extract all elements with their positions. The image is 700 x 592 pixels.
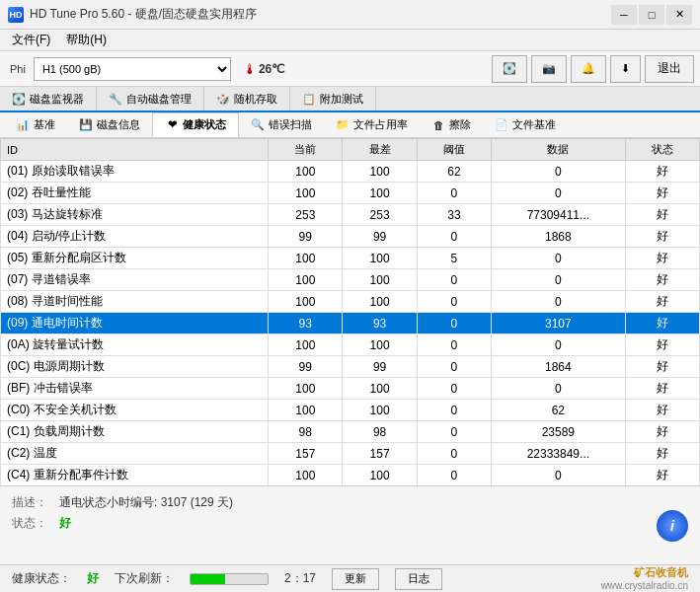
table-row[interactable]: (01) 原始读取错误率100100620好 bbox=[1, 161, 700, 183]
table-row[interactable]: (C2) 温度157157022333849...好 bbox=[1, 443, 700, 465]
tab-disk-info-label: 磁盘信息 bbox=[97, 117, 140, 132]
table-row[interactable]: (04) 启动/停止计数999901868好 bbox=[1, 226, 700, 248]
file-usage-icon: 📁 bbox=[336, 118, 350, 132]
col-header-status: 状态 bbox=[625, 139, 699, 161]
table-row[interactable]: (C1) 负载周期计数9898023589好 bbox=[1, 421, 700, 443]
status-row: 状态： 好 bbox=[12, 515, 688, 532]
tab-error-scan[interactable]: 🔍 错误扫描 bbox=[239, 112, 324, 137]
progress-fill bbox=[191, 574, 225, 584]
tab-disk-monitor-label: 磁盘监视器 bbox=[30, 92, 84, 107]
menu-file[interactable]: 文件(F) bbox=[4, 30, 58, 50]
tab-health-label: 健康状态 bbox=[183, 117, 226, 132]
health-icon: ❤ bbox=[165, 118, 179, 132]
health-table: ID 当前 最差 阈值 数据 状态 (01) 原始读取错误率100100620好… bbox=[0, 138, 700, 485]
title-bar: HD HD Tune Pro 5.60 - 硬盘/固态硬盘实用程序 ─ □ ✕ bbox=[0, 0, 700, 30]
col-header-data: 数据 bbox=[492, 139, 626, 161]
icon-btn-3[interactable]: 🔔 bbox=[571, 55, 606, 83]
table-row[interactable]: (08) 寻道时间性能10010000好 bbox=[1, 291, 700, 313]
desc-label: 描述： bbox=[12, 494, 51, 511]
tab-extra-test-label: 附加测试 bbox=[320, 92, 363, 107]
status-bar: 健康状态： 好 下次刷新： 2：17 更新 日志 矿石收音机 www.cryst… bbox=[0, 564, 700, 592]
disk-info-icon: 💾 bbox=[79, 118, 93, 132]
tab-random-access[interactable]: 🎲 随机存取 bbox=[204, 87, 290, 111]
minimize-button[interactable]: ─ bbox=[611, 5, 637, 25]
table-row[interactable]: (02) 吞吐量性能10010000好 bbox=[1, 183, 700, 204]
main-content: ID 当前 最差 阈值 数据 状态 (01) 原始读取错误率100100620好… bbox=[0, 138, 700, 485]
tab-file-bench[interactable]: 📄 文件基准 bbox=[483, 112, 568, 137]
table-row[interactable]: (BF) 冲击错误率10010000好 bbox=[1, 378, 700, 400]
table-row[interactable]: (0A) 旋转量试计数10010000好 bbox=[1, 334, 700, 356]
table-wrapper[interactable]: ID 当前 最差 阈值 数据 状态 (01) 原始读取错误率100100620好… bbox=[0, 138, 700, 485]
tab-auto-manage-label: 自动磁盘管理 bbox=[126, 92, 192, 107]
icon-btn-2[interactable]: 📷 bbox=[531, 55, 567, 83]
health-status-label: 健康状态： bbox=[12, 570, 71, 587]
progress-container bbox=[190, 573, 269, 585]
table-row[interactable]: (C4) 重新分配事件计数10010000好 bbox=[1, 465, 700, 486]
table-row[interactable]: (C0) 不安全关机计数100100062好 bbox=[1, 400, 700, 421]
watermark: 矿石收音机 www.crystalradio.cn bbox=[601, 565, 688, 592]
table-row[interactable]: (07) 寻道错误率10010000好 bbox=[1, 269, 700, 291]
maximize-button[interactable]: □ bbox=[639, 5, 664, 25]
health-status-value: 好 bbox=[87, 570, 99, 587]
status-value: 好 bbox=[59, 515, 71, 532]
thermometer-icon: 🌡 bbox=[243, 61, 257, 77]
exit-button[interactable]: 退出 bbox=[645, 55, 694, 83]
col-header-id: ID bbox=[1, 139, 269, 161]
menu-bar: 文件(F) 帮助(H) bbox=[0, 30, 700, 51]
status-label: 状态： bbox=[12, 515, 51, 532]
temp-display: 🌡 26℃ bbox=[243, 61, 284, 77]
file-bench-icon: 📄 bbox=[495, 118, 508, 132]
toolbar: Phi H1 (500 gB) 🌡 26℃ 💽 📷 🔔 ⬇ 退出 bbox=[0, 51, 700, 87]
tab-erase[interactable]: 🗑 擦除 bbox=[420, 112, 483, 137]
tab-erase-label: 擦除 bbox=[449, 117, 471, 132]
app-icon: HD bbox=[8, 7, 24, 23]
log-button[interactable]: 日志 bbox=[395, 568, 442, 590]
erase-icon: 🗑 bbox=[431, 118, 445, 132]
icon3: 🔔 bbox=[582, 62, 595, 75]
col-header-threshold: 阈值 bbox=[417, 139, 491, 161]
auto-manage-icon: 🔧 bbox=[109, 92, 122, 106]
tab-disk-info[interactable]: 💾 磁盘信息 bbox=[67, 112, 152, 137]
close-button[interactable]: ✕ bbox=[666, 5, 692, 25]
info-icon: i bbox=[657, 510, 688, 542]
benchmark-icon: 📊 bbox=[16, 118, 30, 132]
temp-value: 26℃ bbox=[259, 62, 284, 76]
desc-value: 通电状态小时编号: 3107 (129 天) bbox=[59, 494, 233, 511]
tab-file-bench-label: 文件基准 bbox=[512, 117, 556, 132]
progress-bar bbox=[190, 573, 269, 585]
title-text: HD Tune Pro 5.60 - 硬盘/固态硬盘实用程序 bbox=[30, 6, 257, 23]
random-access-icon: 🎲 bbox=[216, 92, 230, 106]
error-scan-icon: 🔍 bbox=[251, 118, 265, 132]
title-bar-left: HD HD Tune Pro 5.60 - 硬盘/固态硬盘实用程序 bbox=[8, 6, 257, 23]
tab-random-access-label: 随机存取 bbox=[234, 92, 277, 107]
disk-label: Phi bbox=[6, 61, 30, 77]
table-row[interactable]: (05) 重新分配扇区计数10010050好 bbox=[1, 248, 700, 269]
tab-benchmark[interactable]: 📊 基准 bbox=[4, 112, 67, 137]
tab-health[interactable]: ❤ 健康状态 bbox=[152, 112, 239, 137]
menu-help[interactable]: 帮助(H) bbox=[58, 30, 115, 50]
disk-dropdown[interactable]: H1 (500 gB) bbox=[34, 57, 231, 81]
tab-file-usage-label: 文件占用率 bbox=[353, 117, 408, 132]
table-row[interactable]: (09) 通电时间计数939303107好 bbox=[1, 313, 700, 334]
time-display: 2：17 bbox=[284, 570, 316, 587]
tab-benchmark-label: 基准 bbox=[34, 117, 55, 132]
disk-monitor-icon: 💽 bbox=[12, 92, 26, 106]
tab-extra-test[interactable]: 📋 附加测试 bbox=[290, 87, 376, 111]
tab-bar-second: 📊 基准 💾 磁盘信息 ❤ 健康状态 🔍 错误扫描 📁 文件占用率 🗑 擦除 📄… bbox=[0, 112, 700, 138]
icon2: 📷 bbox=[542, 62, 556, 75]
icon-btn-1[interactable]: 💽 bbox=[492, 55, 527, 83]
update-button[interactable]: 更新 bbox=[332, 568, 379, 590]
info-icon-letter: i bbox=[670, 518, 674, 534]
col-header-worst: 最差 bbox=[343, 139, 417, 161]
table-row[interactable]: (03) 马达旋转标准2532533377309411...好 bbox=[1, 204, 700, 226]
tab-error-scan-label: 错误扫描 bbox=[269, 117, 312, 132]
icon-btn-4[interactable]: ⬇ bbox=[610, 55, 641, 83]
tab-file-usage[interactable]: 📁 文件占用率 bbox=[324, 112, 420, 137]
watermark-line1: 矿石收音机 bbox=[601, 565, 688, 579]
disk-selector: Phi H1 (500 gB) bbox=[6, 57, 231, 81]
table-row[interactable]: (0C) 电源周期计数999901864好 bbox=[1, 356, 700, 378]
tab-auto-manage[interactable]: 🔧 自动磁盘管理 bbox=[97, 87, 204, 111]
bottom-info: 描述： 通电状态小时编号: 3107 (129 天) 状态： 好 i bbox=[0, 485, 700, 564]
watermark-line2: www.crystalradio.cn bbox=[601, 579, 688, 592]
tab-disk-monitor[interactable]: 💽 磁盘监视器 bbox=[0, 87, 97, 111]
